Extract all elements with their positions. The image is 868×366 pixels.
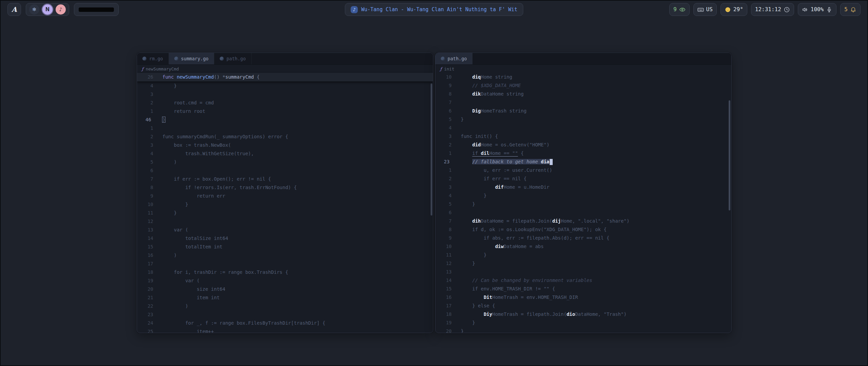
code-line[interactable]: 15 totalItem int <box>137 243 433 251</box>
code-line[interactable]: 4 trash.WithGetSize(true), <box>137 149 433 158</box>
code-line[interactable]: 5 } <box>435 200 731 208</box>
code-line[interactable]: 19 var ( <box>137 277 433 285</box>
keyboard-layout-pill[interactable]: US <box>693 3 717 16</box>
workspace-switcher: ❄N♪ <box>26 3 69 16</box>
right-breadcrumb: ƒ init <box>435 65 731 73</box>
recording-pill[interactable]: 9 <box>669 3 690 16</box>
code-line[interactable]: 5} <box>435 115 731 124</box>
code-text: diqHome string <box>461 73 512 81</box>
code-line[interactable]: 2 didHome = os.Getenv("HOME") <box>435 141 731 149</box>
code-line[interactable]: 26func newSummaryCmd() *summaryCmd { <box>137 73 433 81</box>
line-number: 12 <box>435 259 452 268</box>
code-line[interactable]: 23 <box>137 310 433 319</box>
code-line[interactable]: 6 DigHomeTrash string <box>435 107 731 115</box>
code-line[interactable]: 9 if abs, err := filepath.Abs(d); err ==… <box>435 234 731 242</box>
code-line[interactable]: 6 <box>435 208 731 217</box>
code-line[interactable]: 14 totalSize int64 <box>137 234 433 243</box>
tab-label: summary.go <box>181 56 209 61</box>
tab-path.go[interactable]: path.go <box>214 53 252 64</box>
code-line[interactable]: 1 <box>137 124 433 133</box>
code-line[interactable]: 8 if !errors.Is(err, trash.ErrNotFound) … <box>137 183 433 192</box>
code-line[interactable]: 21 item int <box>137 293 433 302</box>
code-line[interactable]: 11 } <box>137 209 433 217</box>
code-line[interactable]: 4 } <box>435 191 731 200</box>
code-text: u, err := user.Current() <box>461 166 552 175</box>
code-line[interactable]: 2 root.cmd = cmd <box>137 99 433 107</box>
code-line[interactable]: 1 return root <box>137 107 433 116</box>
workspace-button-2[interactable]: N <box>42 4 53 15</box>
clock-pill[interactable]: 12:31:12 <box>751 3 794 16</box>
volume-level: 100% <box>811 7 824 12</box>
code-line[interactable]: 25 item++ <box>137 327 433 333</box>
code-line[interactable]: 8 if d, ok := os.LookupEnv("XDG_DATA_HOM… <box>435 225 731 234</box>
code-line[interactable]: 3 difHome = u.HomeDir <box>435 183 731 191</box>
line-number: 15 <box>137 243 153 251</box>
code-text: dikDataHome string <box>461 90 524 98</box>
tab-rm.go[interactable]: rm.go <box>137 53 169 64</box>
code-line[interactable]: 1 u, err := user.Current() <box>435 166 731 175</box>
code-text: if d, ok := os.LookupEnv("XDG_DATA_HOME"… <box>461 225 607 234</box>
notifications-pill[interactable]: 5 <box>840 3 861 16</box>
workspace-button-1[interactable]: ❄ <box>29 4 39 15</box>
active-window-title[interactable] <box>74 3 119 16</box>
code-line[interactable]: 7 dihDataHome = filepath.Join(dijHome, "… <box>435 217 731 225</box>
code-line[interactable]: 2func summaryCmdRun(_ summaryOptions) er… <box>137 133 433 141</box>
code-line[interactable]: 13 <box>435 268 731 276</box>
code-line[interactable]: 10 diqHome string <box>435 73 731 81</box>
tab-summary.go[interactable]: summary.go <box>169 53 214 64</box>
music-player-pill[interactable]: ♪ Wu-Tang Clan - Wu-Tang Clan Ain't Nuth… <box>345 3 523 16</box>
code-line[interactable]: 24 for _, f := range box.FilesByTrashDir… <box>137 319 433 327</box>
function-symbol-icon: ƒ <box>440 67 442 71</box>
code-line[interactable]: 17 <box>137 260 433 268</box>
code-line[interactable]: 3func init() { <box>435 132 731 141</box>
code-line[interactable]: 4 } <box>137 82 433 90</box>
code-line[interactable]: 7 if err := box.Open(); err != nil { <box>137 175 433 183</box>
code-line[interactable]: 22 ) <box>137 302 433 310</box>
code-line[interactable]: 19 } <box>435 319 731 327</box>
code-line[interactable]: 13 var ( <box>137 226 433 234</box>
code-line[interactable]: 16 ) <box>137 251 433 260</box>
code-line[interactable]: 11 } <box>435 251 731 259</box>
code-text: ) <box>162 251 177 260</box>
code-line[interactable]: 16 DitHomeTrash = env.HOME_TRASH_DIR <box>435 293 731 302</box>
keyboard-layout-label: US <box>706 7 713 12</box>
code-line[interactable]: 10 diwDataHome = abs <box>435 242 731 251</box>
code-line[interactable]: 2 if err == nil { <box>435 175 731 183</box>
code-line[interactable]: 20} <box>435 327 731 333</box>
code-line[interactable]: 10 } <box>137 200 433 209</box>
code-line[interactable]: 3 <box>137 90 433 99</box>
left-context-line: 26func newSummaryCmd() *summaryCmd { <box>137 73 433 82</box>
line-number: 1 <box>137 107 153 116</box>
code-text: } <box>461 319 475 327</box>
code-line[interactable]: 18 for i, trashDir := range box.TrashDir… <box>137 268 433 277</box>
code-line[interactable]: 15 if env.HOME_TRASH_DIR != "" { <box>435 285 731 293</box>
launcher-button[interactable]: A <box>7 3 21 16</box>
tab-path.go[interactable]: path.go <box>435 53 473 64</box>
code-line[interactable]: 1 if dilHome == "" { <box>435 149 731 158</box>
line-number: 20 <box>137 285 153 293</box>
weather-pill[interactable]: 29° <box>721 3 747 16</box>
code-line[interactable]: 7 <box>435 98 731 107</box>
code-line[interactable]: 4 <box>435 124 731 132</box>
code-line[interactable]: 9 return err <box>137 192 433 200</box>
code-line[interactable]: 14 // Can be changed by environment vari… <box>435 276 731 285</box>
volume-pill[interactable]: 100% <box>798 3 837 16</box>
code-line[interactable]: 9 // $XDG_DATA_HOME <box>435 81 731 90</box>
breadcrumb-label: newSummaryCmd <box>146 66 179 72</box>
code-line[interactable]: 18 DiyHomeTrash = filepath.Join(dioDataH… <box>435 310 731 319</box>
code-line[interactable]: 20 size int64 <box>137 285 433 293</box>
code-text: } <box>461 200 475 208</box>
code-line[interactable]: 23 // fallback to get home dia <box>435 158 731 166</box>
code-line[interactable]: 12 <box>137 217 433 226</box>
code-line[interactable]: 6 <box>137 166 433 175</box>
code-line[interactable]: 46} <box>137 116 433 124</box>
code-line[interactable]: 17 } else { <box>435 302 731 310</box>
line-number: 19 <box>137 277 153 285</box>
code-line[interactable]: 3 box := trash.NewBox( <box>137 141 433 149</box>
code-line[interactable]: 8 dikDataHome string <box>435 90 731 98</box>
line-number: 5 <box>435 115 452 124</box>
code-line[interactable]: 5 ) <box>137 158 433 166</box>
workspace-button-3[interactable]: ♪ <box>56 4 66 15</box>
code-line[interactable]: 12 } <box>435 259 731 268</box>
line-number: 1 <box>137 124 153 133</box>
